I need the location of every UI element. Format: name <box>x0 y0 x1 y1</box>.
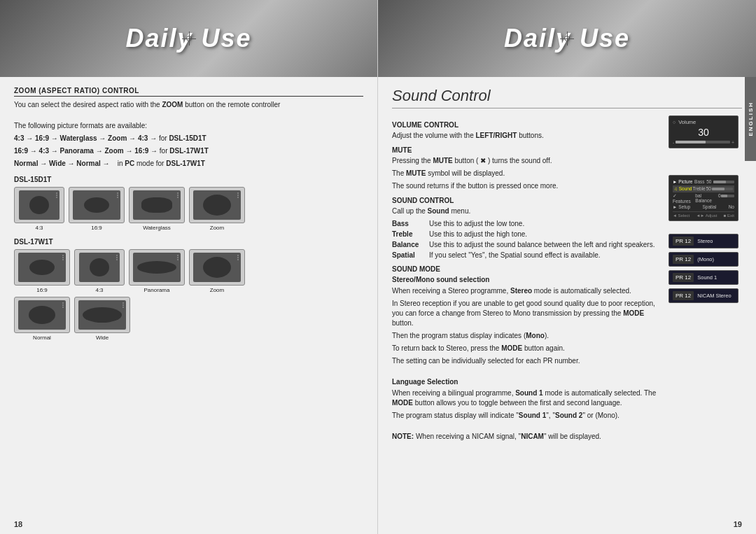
pr-text-mono: (Mono) <box>697 256 714 262</box>
right-page-number: 19 <box>734 520 742 528</box>
stereo-line-4: To return back to Stereo, press the MODE… <box>392 344 662 353</box>
format-line-1: 4:3 → 16:9 → Waterglass → Zoom → 4:3 → f… <box>14 134 363 143</box>
stereo-line-2: In Stereo reception if you are unable to… <box>392 299 662 328</box>
right-inner: VOLUME CONTROL Adjust the volume with th… <box>392 115 742 444</box>
format-line-2: 16:9 → 4:3 → Panorama → Zoom → 16:9 → fo… <box>14 146 363 156</box>
tv-label-4-3: 4:3 <box>35 225 43 231</box>
left-content: ZOOM (ASPECT RATIO) CONTROL You can sele… <box>0 77 377 513</box>
dsl17w1t-section: DSL-17W1T 16:9 <box>14 238 363 341</box>
language-line-2: The program status display will indicate… <box>392 411 662 421</box>
treble-def: Use this to adjust the high tone. <box>429 230 527 239</box>
left-page: DSL-15D1T PAL(*» ' )GB 03.11.27 5:24 PM … <box>0 0 378 534</box>
dsl17w1t-tv-row2: Normal Wide <box>14 297 363 341</box>
dsl15d1t-section: DSL-15D1T 4:3 <box>14 176 363 231</box>
mute-line-2: The MUTE symbol will be displayed. <box>392 169 662 178</box>
tv-box-panorama <box>129 249 185 286</box>
crosshair-circle-right <box>564 36 570 41</box>
tv-item-w-16-9: 16:9 <box>14 249 70 293</box>
tv-box-w-4-3 <box>74 249 125 286</box>
stereo-mono-title: Stereo/Mono sound selection <box>392 275 662 285</box>
sm-bottom-bar: ◄ Select ◄► Adjust ■ Exit <box>673 211 734 218</box>
pr-text-sound1: Sound 1 <box>697 274 717 281</box>
zoom-section-title: ZOOM (ASPECT RATIO) CONTROL <box>14 87 363 97</box>
tv-box-w-16-9 <box>14 249 70 286</box>
pr-display-mono: PR 12 (Mono) <box>668 252 738 267</box>
format-line-3: Normal → Wide → Normal → in PC mode for … <box>14 159 363 169</box>
volume-desc: Adjust the volume with the LEFT/RIGHT bu… <box>392 131 662 141</box>
crosshair-circle-left <box>186 36 192 41</box>
tv-item-zoom2: Zoom <box>189 249 245 293</box>
tv-label-panorama: Panorama <box>144 287 170 293</box>
language-line-1: When receiving a bilingual programme, So… <box>392 388 662 408</box>
sound-control-title: Sound Control <box>392 87 742 108</box>
formats-intro: The following picture formats are availa… <box>14 121 363 131</box>
right-content: Sound Control VOLUME CONTROL Adjust the … <box>378 77 756 513</box>
dsl15d1t-tv-row: 4:3 16:9 <box>14 187 363 231</box>
tv-label-w-16-9: 16:9 <box>36 287 48 293</box>
balance-def: Use this to adjust the sound balance bet… <box>429 240 654 249</box>
sc-treble: Treble Use this to adjust the high tone. <box>392 230 662 239</box>
tv-label-wide: Wide <box>96 335 108 341</box>
tv-box-zoom2 <box>189 249 245 286</box>
note-nicam: NOTE: When receiving a NICAM signal, "NI… <box>392 432 662 442</box>
tv-item-waterglass: Waterglass <box>129 187 185 231</box>
dsl17w1t-tv-row1: 16:9 4:3 <box>14 249 363 293</box>
tv-label-normal: Normal <box>33 335 51 341</box>
left-page-number: 18 <box>14 520 22 528</box>
right-images: ○ Volume 30 - + <box>668 115 742 444</box>
bass-term: Bass <box>392 219 426 228</box>
pr-num-sound1: PR 12 <box>673 273 694 282</box>
tv-label-w-4-3: 4:3 <box>95 287 103 293</box>
right-page: Daily Use ENGLISH Sound Control VOLUME C… <box>378 0 756 534</box>
crosshair-right <box>560 31 574 45</box>
spatial-term: Spatial <box>392 251 426 260</box>
tv-item-panorama: Panorama <box>129 249 185 293</box>
sc-balance: Balance Use this to adjust the sound bal… <box>392 240 662 249</box>
right-header-bar: Daily Use <box>378 0 756 77</box>
sm-row-features: ✓ Features bal Balance 0 <box>673 193 734 204</box>
sm-row-picture: ► Picture Bass 50 <box>673 179 734 185</box>
tv-item-4-3: 4:3 <box>14 187 64 231</box>
sound-control-subsection-title: SOUND CONTROL <box>392 197 662 204</box>
tv-label-waterglass: Waterglass <box>143 225 171 231</box>
stereo-line-1: When receiving a Stereo programme, Stere… <box>392 286 662 296</box>
pr-num-nicam: PR 12 <box>673 291 694 300</box>
tv-box-zoom <box>189 187 245 223</box>
sm-row-sound: ♫ Sound Treble 50 <box>673 185 734 192</box>
bass-def: Use this to adjust the low tone. <box>429 219 524 228</box>
volume-screen-number: 30 <box>673 127 734 138</box>
spatial-def: If you select "Yes", the Spatial sound e… <box>429 251 600 260</box>
pr-display-nicam: PR 12 NICAM Stereo <box>668 288 738 303</box>
tv-box-waterglass <box>129 187 185 223</box>
sc-spatial: Spatial If you select "Yes", the Spatial… <box>392 251 662 260</box>
stereo-line-5: The setting can be individually selected… <box>392 356 662 366</box>
sm-row-setup: ► Setup Spatial No <box>673 204 734 209</box>
tv-label-zoom2: Zoom <box>210 287 224 293</box>
dsl15d1t-label: DSL-15D1T <box>14 176 363 183</box>
pr-text-nicam: NICAM Stereo <box>697 293 731 299</box>
sound-mode-title: SOUND MODE <box>392 265 662 273</box>
tv-item-w-4-3: 4:3 <box>74 249 125 293</box>
sound-menu-screen: ► Picture Bass 50 ♫ Sound Treble 50 <box>668 175 738 221</box>
right-text: VOLUME CONTROL Adjust the volume with th… <box>392 115 662 444</box>
tv-item-wide: Wide <box>74 297 130 341</box>
dsl17w1t-label: DSL-17W1T <box>14 238 363 246</box>
tv-box-4-3 <box>14 187 64 223</box>
volume-control-title: VOLUME CONTROL <box>392 121 662 129</box>
left-header-bar: Daily Use <box>0 0 377 77</box>
volume-screen: ○ Volume 30 - + <box>668 115 738 148</box>
tv-item-16-9: 16:9 <box>69 187 125 231</box>
volume-screen-label: Volume <box>678 119 696 125</box>
language-selection-title: Language Selection <box>392 377 662 387</box>
mute-line-1: Pressing the MUTE button ( ✖ ) turns the… <box>392 156 662 166</box>
page-container: DSL-15D1T PAL(*» ' )GB 03.11.27 5:24 PM … <box>0 0 756 534</box>
mute-title: MUTE <box>392 146 662 154</box>
zoom-desc: You can select the desired aspect ratio … <box>14 100 363 110</box>
pr-text-stereo: Stereo <box>697 238 713 244</box>
tv-box-16-9 <box>69 187 125 223</box>
pr-display-sound1: PR 12 Sound 1 <box>668 270 738 285</box>
tv-label-zoom: Zoom <box>210 225 224 231</box>
tv-item-zoom: Zoom <box>189 187 245 231</box>
pr-displays: PR 12 Stereo PR 12 (Mono) PR 12 Sound 1 <box>668 234 742 303</box>
tv-box-normal <box>14 297 70 333</box>
